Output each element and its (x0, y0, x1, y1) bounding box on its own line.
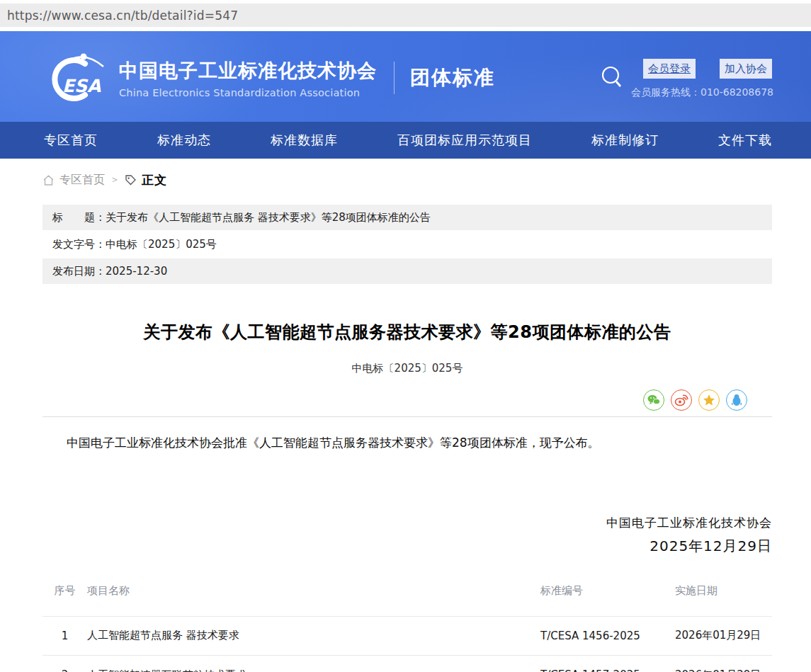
meta-title-value: 关于发布《人工智能超节点服务 器技术要求》等28项团体标准的公告 (106, 211, 431, 224)
col-header-no: 序号 (42, 584, 87, 598)
member-login-label: 会员登录 (648, 62, 691, 76)
content-area: 标 题：关于发布《人工智能超节点服务 器技术要求》等28项团体标准的公告 发文字… (42, 205, 772, 672)
cell-date: 2026年01月29日 (675, 668, 772, 672)
signature-date: 2025年12月29日 (42, 537, 772, 556)
url-bar[interactable]: https://www.cesa.cn/tb/detail?id=547 (0, 4, 811, 27)
article-body: 中国电子工业标准化技术协会批准《人工智能超节点服务器技术要求》等28项团体标准，… (42, 434, 772, 452)
table-row[interactable]: 2 人工智能加速器互联芯粒技术要求 T/CESA 1457-2025 2026年… (42, 656, 772, 672)
site-section-title: 团体标准 (410, 64, 495, 91)
cell-code: T/CESA 1456-2025 (540, 630, 675, 642)
col-header-code: 标准编号 (540, 584, 675, 598)
org-name-block: 中国电子工业标准化技术协会 China Electronics Standard… (119, 58, 377, 98)
share-wechat-icon[interactable] (643, 389, 664, 411)
nav-item-standard-news[interactable]: 标准动态 (157, 132, 211, 149)
cell-name: 人工智能超节点服务 器技术要求 (87, 629, 540, 642)
cell-code: T/CESA 1457-2025 (540, 668, 675, 672)
meta-date-value: 2025-12-30 (106, 265, 167, 278)
nav-item-standard-revision[interactable]: 标准制修订 (591, 132, 659, 149)
service-hotline: 会员服务热线：010-68208678 (631, 86, 773, 99)
header-branding: ESA 中国电子工业标准化技术协会 China Electronics Stan… (41, 52, 495, 103)
cesa-logo-icon[interactable]: ESA (41, 52, 115, 103)
org-name-en: China Electronics Standardization Associ… (119, 87, 377, 98)
share-weibo-icon[interactable] (671, 389, 692, 411)
home-icon (42, 174, 55, 186)
join-association-label: 加入协会 (725, 62, 767, 76)
site-header: ESA 中国电子工业标准化技术协会 China Electronics Stan… (0, 31, 811, 122)
nav-item-file-download[interactable]: 文件下载 (718, 132, 772, 149)
tag-icon (125, 174, 137, 186)
member-login-button[interactable]: 会员登录 (643, 59, 696, 79)
nav-item-standard-database[interactable]: 标准数据库 (271, 132, 338, 149)
breadcrumb-separator: ＞ (110, 173, 120, 186)
article-signature: 中国电子工业标准化技术协会 2025年12月29日 (42, 515, 772, 556)
meta-date-row: 发布日期：2025-12-30 (42, 258, 772, 284)
table-header-row: 序号 项目名称 标准编号 实施日期 (42, 584, 772, 617)
meta-date-label: 发布日期： (52, 265, 106, 278)
signature-org: 中国电子工业标准化技术协会 (42, 515, 772, 531)
org-name-cn: 中国电子工业标准化技术协会 (119, 58, 377, 84)
article-title: 关于发布《人工智能超节点服务器技术要求》等28项团体标准的公告 (42, 321, 772, 343)
cell-no: 2 (42, 668, 87, 672)
header-buttons: 会员登录 加入协会 (643, 59, 772, 79)
document-meta: 标 题：关于发布《人工智能超节点服务 器技术要求》等28项团体标准的公告 发文字… (42, 205, 772, 284)
meta-title-row: 标 题：关于发布《人工智能超节点服务 器技术要求》等28项团体标准的公告 (42, 205, 772, 230)
breadcrumb: 专区首页 ＞ 正文 (42, 169, 811, 190)
main-nav: 专区首页 标准动态 标准数据库 百项团标应用示范项目 标准制修订 文件下载 (0, 122, 811, 159)
col-header-date: 实施日期 (675, 584, 772, 598)
standards-table: 序号 项目名称 标准编号 实施日期 1 人工智能超节点服务 器技术要求 T/CE… (42, 584, 772, 672)
cell-date: 2026年01月29日 (675, 629, 772, 642)
share-qq-icon[interactable] (726, 389, 747, 411)
header-divider (394, 62, 395, 94)
breadcrumb-current: 正文 (142, 172, 167, 188)
article-doc-number: 中电标〔2025〕025号 (42, 362, 772, 375)
table-row[interactable]: 1 人工智能超节点服务 器技术要求 T/CESA 1456-2025 2026年… (42, 617, 772, 656)
breadcrumb-home-link[interactable]: 专区首页 (59, 173, 105, 188)
svg-text:ESA: ESA (62, 76, 101, 96)
cell-no: 1 (42, 630, 87, 642)
meta-docno-value: 中电标〔2025〕025号 (106, 238, 217, 251)
meta-title-label: 标 题： (52, 211, 106, 224)
meta-docno-label: 发文字号： (52, 238, 106, 251)
share-toolbar (42, 389, 772, 411)
nav-item-demo-projects[interactable]: 百项团标应用示范项目 (397, 132, 532, 149)
url-text: https://www.cesa.cn/tb/detail?id=547 (7, 8, 238, 23)
share-qzone-icon[interactable] (698, 389, 720, 411)
meta-docno-row: 发文字号：中电标〔2025〕025号 (42, 232, 772, 257)
nav-item-home[interactable]: 专区首页 (44, 132, 98, 149)
join-association-button[interactable]: 加入协会 (720, 59, 772, 79)
browser-chrome: https://www.cesa.cn/tb/detail?id=547 (0, 0, 811, 27)
col-header-name: 项目名称 (87, 584, 540, 598)
cell-name: 人工智能加速器互联芯粒技术要求 (87, 668, 540, 672)
search-icon[interactable] (601, 65, 623, 89)
content-divider (42, 416, 772, 417)
